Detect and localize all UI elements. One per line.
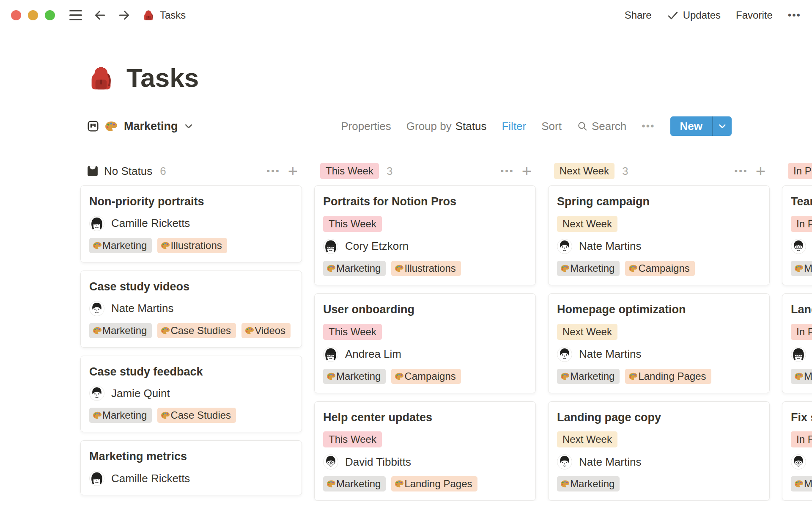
palette-icon — [560, 373, 570, 380]
palette-icon — [326, 265, 336, 272]
column-title-badge[interactable]: Next Week — [554, 163, 614, 179]
forward-arrow-icon[interactable] — [118, 8, 131, 22]
card-title: Landing page copy — [557, 411, 661, 425]
card-person: Andrea Lim — [323, 347, 401, 362]
board-column: In Pr•••+TearIn PDMLandIn PCMLaFix sIn P… — [782, 163, 812, 501]
card-person: Nate Martins — [89, 301, 173, 316]
task-card[interactable]: Homepage optimizationNext WeekNate Marti… — [548, 293, 770, 393]
group-by-button[interactable]: Group by Status — [406, 120, 487, 133]
page-backpack-icon[interactable] — [87, 64, 115, 92]
avatar — [791, 454, 806, 469]
tag-label: Case Studies — [170, 409, 231, 421]
filter-button[interactable]: Filter — [502, 120, 526, 133]
tag: Marketing — [557, 476, 620, 491]
avatar — [323, 454, 338, 469]
task-card[interactable]: Fix sIn PDM — [782, 401, 812, 501]
tag-label: Marketing — [570, 478, 614, 490]
tag-label: Marketing — [336, 478, 381, 490]
card-tags: M — [791, 476, 812, 491]
card-person: D — [791, 239, 812, 254]
palette-icon — [395, 373, 404, 380]
favorite-button[interactable]: Favorite — [736, 9, 773, 21]
tag-label: M — [804, 370, 812, 382]
card-status-badge: In P — [791, 216, 812, 232]
task-card[interactable]: Help center updatesThis WeekDavid Tibbit… — [314, 401, 536, 501]
palette-icon — [628, 373, 638, 380]
updates-label: Updates — [683, 9, 721, 21]
tag-label: Marketing — [102, 325, 147, 337]
column-add-icon[interactable]: + — [756, 164, 765, 178]
card-tags: MarketingIllustrations — [323, 261, 461, 276]
card-title: Marketing metrics — [89, 450, 187, 464]
group-by-label: Group by — [406, 120, 452, 133]
task-card[interactable]: Non-priority portraitsCamille RickettsMa… — [80, 185, 302, 262]
task-card[interactable]: Case study feedbackJamie QuintMarketingC… — [80, 356, 302, 433]
tag: Marketing — [89, 408, 152, 423]
avatar — [323, 239, 338, 254]
tag: Marketing — [323, 261, 386, 276]
avatar — [89, 216, 104, 231]
view-switcher[interactable]: Marketing — [87, 120, 194, 133]
back-arrow-icon[interactable] — [93, 8, 107, 22]
tag: Illustrations — [157, 238, 227, 253]
view-more-icon[interactable]: ••• — [642, 120, 655, 132]
column-title-badge[interactable]: This Week — [320, 163, 379, 179]
column-count: 3 — [387, 165, 392, 178]
minimize-window-icon[interactable] — [28, 10, 38, 20]
column-title[interactable]: No Status — [104, 165, 152, 178]
close-window-icon[interactable] — [11, 10, 21, 20]
task-card[interactable]: User onboardingThis WeekAndrea LimMarket… — [314, 293, 536, 393]
avatar — [89, 471, 104, 486]
column-more-icon[interactable]: ••• — [267, 166, 280, 177]
palette-icon — [395, 480, 404, 488]
palette-icon — [245, 327, 254, 334]
properties-button[interactable]: Properties — [341, 120, 391, 133]
breadcrumb[interactable]: Tasks — [142, 9, 186, 22]
column-more-icon[interactable]: ••• — [735, 166, 748, 177]
column-more-icon[interactable]: ••• — [501, 166, 514, 177]
new-button[interactable]: New — [670, 116, 732, 136]
avatar — [557, 347, 572, 362]
column-header: This Week3•••+ — [314, 163, 536, 179]
more-icon[interactable]: ••• — [788, 9, 801, 21]
share-button[interactable]: Share — [625, 9, 652, 21]
column-add-icon[interactable]: + — [522, 164, 532, 178]
palette-icon — [161, 327, 170, 334]
task-card[interactable]: Spring campaignNext WeekNate MartinsMark… — [548, 185, 770, 285]
task-card[interactable]: Portraits for Notion ProsThis WeekCory E… — [314, 185, 536, 285]
palette-icon — [161, 411, 170, 419]
column-cards: Spring campaignNext WeekNate MartinsMark… — [548, 185, 770, 501]
page-title[interactable]: Tasks — [126, 64, 199, 92]
card-title: Homepage optimization — [557, 303, 686, 317]
tag-label: Illustrations — [170, 240, 222, 251]
person-name: Camille Ricketts — [111, 472, 190, 485]
card-person: David Tibbitts — [323, 454, 411, 469]
breadcrumb-page-title: Tasks — [160, 9, 186, 21]
new-button-chevron-icon[interactable] — [713, 116, 732, 136]
card-status-badge: In P — [791, 431, 812, 447]
card-title: Land — [791, 303, 812, 317]
view-bar: Marketing Properties Group by Status Fil… — [0, 116, 812, 136]
tray-icon — [86, 165, 99, 177]
search-button[interactable]: Search — [577, 120, 626, 133]
task-card[interactable]: Case study videosNate MartinsMarketingCa… — [80, 271, 302, 348]
column-add-icon[interactable]: + — [288, 164, 298, 178]
task-card[interactable]: TearIn PDM — [782, 185, 812, 285]
task-card[interactable]: LandIn PCMLa — [782, 293, 812, 393]
task-card[interactable]: Marketing metricsCamille Ricketts — [80, 440, 302, 495]
tag: Marketing — [89, 323, 152, 338]
palette-icon — [628, 265, 638, 272]
card-title: Case study feedback — [89, 365, 203, 379]
avatar — [557, 239, 572, 254]
updates-button[interactable]: Updates — [667, 9, 721, 21]
task-card[interactable]: Landing page copyNext WeekNate MartinsMa… — [548, 401, 770, 501]
sort-button[interactable]: Sort — [541, 120, 562, 133]
zoom-window-icon[interactable] — [45, 10, 55, 20]
tag-label: Marketing — [336, 370, 381, 382]
tag: M — [791, 476, 812, 491]
column-count: 6 — [160, 165, 166, 178]
tag-label: Landing Pages — [404, 478, 472, 490]
menu-icon[interactable] — [69, 10, 82, 20]
column-title-badge[interactable]: In Pr — [788, 163, 812, 179]
window-topbar: Tasks Share Updates Favorite ••• — [0, 0, 812, 30]
